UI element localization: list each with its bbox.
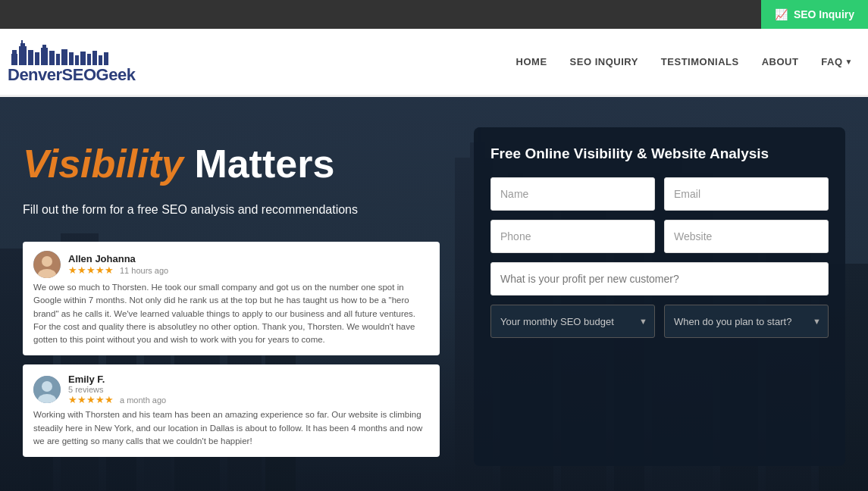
svg-point-46 [42, 381, 52, 392]
chart-icon: 📈 [775, 8, 788, 20]
logo-text: DenverSEOGeek [8, 65, 135, 85]
svg-rect-17 [99, 55, 102, 65]
logo-bold: SEOGeek [62, 65, 136, 84]
logo[interactable]: DenverSEOGeek [8, 39, 159, 85]
review-text-2: Working with Thorsten and his team has b… [33, 408, 429, 448]
hero-content: Visibility Matters Fill out the form for… [0, 97, 868, 481]
review-header-2: Emily F. 5 reviews ★★★★★ a month ago [33, 374, 429, 405]
nav-about[interactable]: ABOUT [762, 56, 799, 67]
reviewer-name-1: Allen Johanna [68, 253, 168, 264]
svg-rect-18 [104, 52, 108, 65]
svg-rect-7 [41, 48, 48, 65]
review-stars-2: ★★★★★ [68, 394, 114, 405]
form-row-phone-website [490, 220, 829, 253]
svg-rect-1 [12, 50, 17, 54]
profit-input[interactable] [490, 262, 829, 296]
review-time-1: 11 hours ago [120, 266, 168, 275]
form-panel: Free Online Visibility & Website Analysi… [474, 127, 845, 466]
form-title: Free Online Visibility & Website Analysi… [490, 145, 829, 162]
svg-rect-13 [75, 55, 79, 65]
hero-title: Visibility Matters [23, 142, 459, 186]
form-row-selects: Your monthly SEO budget $500 - $1000 $10… [490, 305, 829, 338]
email-input[interactable] [664, 177, 829, 211]
hero-left: Visibility Matters Fill out the form for… [23, 127, 459, 466]
svg-rect-6 [35, 52, 39, 65]
review-time-2: a month ago [120, 396, 166, 405]
chevron-down-icon: ▼ [845, 58, 853, 66]
seo-inquiry-top-label: SEO Inquiry [794, 8, 854, 20]
hero-section: Visibility Matters Fill out the form for… [0, 97, 868, 491]
svg-rect-5 [28, 50, 33, 65]
hero-title-visibility: Visibility [23, 142, 183, 186]
reviewer-avatar-2 [33, 376, 61, 403]
svg-rect-8 [42, 45, 46, 48]
nav-faq-label: FAQ [821, 56, 842, 67]
svg-rect-12 [69, 52, 74, 65]
review-card-2: Emily F. 5 reviews ★★★★★ a month ago Wor… [23, 364, 440, 457]
nav-faq[interactable]: FAQ ▼ [821, 56, 853, 67]
name-input[interactable] [490, 177, 655, 211]
reviewer-avatar-1 [33, 251, 61, 278]
start-select-wrapper: When do you plan to start? Immediately W… [664, 305, 829, 338]
svg-rect-0 [11, 54, 17, 65]
review-stars-1: ★★★★★ [68, 264, 114, 276]
logo-plain: Denver [8, 65, 62, 84]
budget-select-wrapper: Your monthly SEO budget $500 - $1000 $10… [490, 305, 655, 338]
hero-title-matters: Matters [194, 142, 334, 186]
seo-inquiry-top-button[interactable]: 📈 SEO Inquiry [761, 0, 868, 29]
svg-rect-15 [87, 54, 91, 65]
svg-rect-9 [49, 51, 55, 65]
start-select[interactable]: When do you plan to start? Immediately W… [664, 305, 829, 338]
budget-select[interactable]: Your monthly SEO budget $500 - $1000 $10… [490, 305, 655, 338]
review-meta-1: ★★★★★ 11 hours ago [68, 264, 168, 276]
nav-testimonials[interactable]: TESTIMONIALS [661, 56, 739, 67]
review-card-1: Allen Johanna ★★★★★ 11 hours ago We owe … [23, 242, 440, 355]
reviewer-subtext-2: 5 reviews [68, 385, 166, 394]
reviewer-info-2: Emily F. 5 reviews ★★★★★ a month ago [68, 374, 166, 405]
svg-rect-4 [21, 40, 23, 43]
phone-input[interactable] [490, 220, 655, 253]
svg-point-43 [42, 256, 52, 267]
form-row-name-email [490, 177, 829, 211]
review-meta-2: ★★★★★ a month ago [68, 394, 166, 405]
review-header-1: Allen Johanna ★★★★★ 11 hours ago [33, 251, 429, 278]
nav-home[interactable]: HOME [516, 56, 547, 67]
review-text-1: We owe so much to Thorsten. He took our … [33, 281, 429, 346]
reviewer-name-2: Emily F. [68, 374, 166, 385]
website-input[interactable] [664, 220, 829, 253]
svg-rect-16 [92, 51, 97, 65]
hero-subtitle: Fill out the form for a free SEO analysi… [23, 201, 459, 219]
reviewer-info-1: Allen Johanna ★★★★★ 11 hours ago [68, 253, 168, 276]
svg-rect-10 [56, 54, 60, 65]
navigation: HOME SEO INQUIRY TESTIMONIALS ABOUT FAQ … [516, 56, 853, 67]
logo-skyline-icon [8, 39, 159, 65]
svg-rect-11 [61, 49, 67, 65]
svg-rect-14 [80, 52, 86, 65]
top-bar: 📈 SEO Inquiry [0, 0, 868, 29]
svg-rect-2 [19, 46, 27, 65]
svg-rect-3 [20, 43, 25, 46]
nav-seo-inquiry[interactable]: SEO INQUIRY [570, 56, 638, 67]
header: DenverSEOGeek HOME SEO INQUIRY TESTIMONI… [0, 29, 868, 97]
